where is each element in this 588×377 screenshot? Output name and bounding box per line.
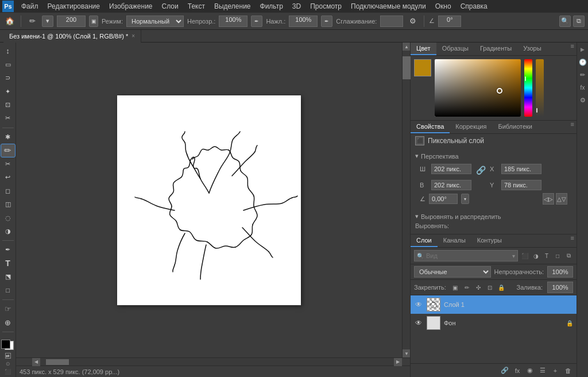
tab-gradients[interactable]: Градиенты: [474, 43, 517, 55]
flip-h-btn[interactable]: ◁▷: [543, 193, 554, 205]
menu-view[interactable]: Просмотр: [306, 1, 346, 11]
search-btn[interactable]: 🔍: [559, 16, 571, 27]
width-input[interactable]: [431, 164, 471, 174]
tab-libraries[interactable]: Библиотеки: [492, 121, 538, 133]
menu-plugins[interactable]: Подключаемые модули: [347, 1, 430, 11]
color-panel-options[interactable]: ≡: [568, 43, 577, 55]
tab-color[interactable]: Цвет: [411, 43, 436, 55]
zoom-tool[interactable]: ⊕: [1, 316, 15, 328]
blur-tool[interactable]: ◌: [1, 211, 15, 224]
shape-tool[interactable]: □: [1, 284, 15, 296]
menu-layers[interactable]: Слои: [158, 1, 183, 11]
perspective-title[interactable]: ▾ Перспектива: [415, 150, 572, 162]
menu-window[interactable]: Окно: [431, 1, 455, 11]
selection-tool[interactable]: ▭: [1, 58, 15, 70]
tab-patterns[interactable]: Узоры: [517, 43, 547, 55]
x-input[interactable]: [501, 164, 541, 174]
lock-all-btn[interactable]: 🔒: [497, 283, 506, 292]
scroll-track[interactable]: [403, 51, 410, 349]
mode-select[interactable]: Нормальный: [126, 16, 184, 27]
aspect-lock-icon[interactable]: 🔗: [476, 162, 485, 178]
tab-properties[interactable]: Свойства: [411, 121, 450, 133]
text-tool[interactable]: T: [1, 257, 15, 270]
menu-3d[interactable]: 3D: [288, 1, 305, 11]
magic-wand-tool[interactable]: ✦: [1, 85, 15, 97]
crop-tool[interactable]: ⊡: [1, 99, 15, 111]
lock-move-btn[interactable]: ✣: [474, 283, 483, 292]
canvas-area[interactable]: [16, 43, 402, 357]
hue-slider[interactable]: [524, 59, 532, 117]
new-layer-btn[interactable]: +: [550, 366, 560, 376]
menu-text[interactable]: Текст: [184, 1, 209, 11]
brush-preset-btn[interactable]: ▾: [42, 16, 53, 27]
menu-file[interactable]: Файл: [17, 1, 42, 11]
layer-search-input[interactable]: [426, 252, 510, 259]
tab-channels[interactable]: Каналы: [438, 234, 471, 247]
add-mask-btn[interactable]: ◉: [525, 366, 535, 376]
eyedropper-tool[interactable]: ✂: [1, 112, 15, 124]
layer-1-visibility[interactable]: 👁: [414, 300, 423, 309]
layer-fill-input[interactable]: [547, 282, 573, 293]
hand-tool[interactable]: ☞: [1, 303, 15, 315]
props-panel-options[interactable]: ≡: [568, 121, 577, 133]
layer-filter-smart[interactable]: ⧉: [564, 251, 573, 260]
pen-tool[interactable]: ✒: [1, 244, 15, 256]
opacity-input[interactable]: 100%: [219, 16, 247, 27]
layer-bg-visibility[interactable]: 👁: [414, 318, 423, 328]
horizontal-scrollbar[interactable]: ◀ ▶: [32, 358, 402, 366]
lock-transparency-btn[interactable]: ▣: [451, 283, 460, 292]
brush-tool[interactable]: ✏: [1, 144, 15, 156]
layer-filter-adj[interactable]: ◑: [531, 251, 540, 260]
eraser-tool[interactable]: ◻: [1, 184, 15, 197]
smoothing-input[interactable]: [380, 16, 403, 27]
scroll-left-btn[interactable]: ◀: [32, 358, 40, 366]
height-input[interactable]: [431, 180, 471, 190]
foreground-color[interactable]: [1, 340, 10, 349]
scroll-up-btn[interactable]: ▲: [403, 43, 411, 51]
scroll-thumb[interactable]: [403, 56, 411, 79]
brush-size-input[interactable]: 200: [57, 16, 86, 27]
fx-icon-strip[interactable]: fx: [578, 83, 587, 92]
flip-v-btn[interactable]: △▽: [556, 193, 567, 205]
tab-close-btn[interactable]: ×: [131, 33, 135, 39]
tab-paths[interactable]: Контуры: [471, 234, 508, 247]
gear-icon[interactable]: ⚙: [407, 15, 419, 28]
layer-opacity-input[interactable]: [547, 266, 573, 278]
layer-filter-text[interactable]: T: [542, 251, 551, 260]
spot-heal-tool[interactable]: ✱: [1, 131, 15, 143]
tab-swatches[interactable]: Образцы: [436, 43, 474, 55]
tab-layers[interactable]: Слои: [411, 234, 438, 247]
menu-filter[interactable]: Фильтр: [256, 1, 287, 11]
arrange-btn[interactable]: ⧉: [573, 16, 585, 27]
tab-correction[interactable]: Коррекция: [450, 121, 492, 133]
layers-panel-options[interactable]: ≡: [568, 234, 577, 247]
brush-tool-icon[interactable]: ✏: [26, 15, 38, 28]
path-select-tool[interactable]: ⬔: [1, 271, 15, 283]
swap-colors-btn[interactable]: ⇄: [5, 353, 11, 359]
angle-dropdown[interactable]: ▾: [461, 194, 469, 204]
menu-edit[interactable]: Редактирование: [44, 1, 104, 11]
quick-mask-btn[interactable]: ⊙: [6, 361, 10, 367]
delete-layer-btn[interactable]: 🗑: [563, 366, 573, 376]
new-group-btn[interactable]: ☰: [537, 366, 548, 376]
menu-image[interactable]: Изображение: [105, 1, 157, 11]
opacity-pen-icon[interactable]: ✒: [251, 16, 262, 27]
clone-tool[interactable]: ✂: [1, 158, 15, 170]
search-dropdown-icon[interactable]: ▾: [512, 253, 515, 259]
blend-mode-select[interactable]: Обычные: [414, 266, 491, 278]
layer-item-1[interactable]: 👁 Слой 1: [411, 295, 577, 314]
tool-preset-icon[interactable]: ⚙: [578, 95, 587, 105]
color-swatches[interactable]: [1, 337, 15, 349]
layer-search-box[interactable]: 🔍 ▾: [414, 250, 518, 261]
right-arrow-icon[interactable]: ▶: [578, 45, 587, 54]
gradient-tool[interactable]: ◫: [1, 198, 15, 210]
menu-select[interactable]: Выделение: [210, 1, 255, 11]
add-style-btn[interactable]: fx: [512, 366, 523, 376]
angle-input[interactable]: 0°: [438, 16, 461, 27]
scroll-right-btn[interactable]: ▶: [394, 358, 402, 366]
dodge-tool[interactable]: ◑: [1, 225, 15, 237]
pressure-pen-icon[interactable]: ✒: [321, 16, 332, 27]
alpha-slider[interactable]: [536, 59, 544, 117]
history-brush-tool[interactable]: ↩: [1, 171, 15, 183]
lock-paint-btn[interactable]: ✏: [462, 283, 471, 292]
